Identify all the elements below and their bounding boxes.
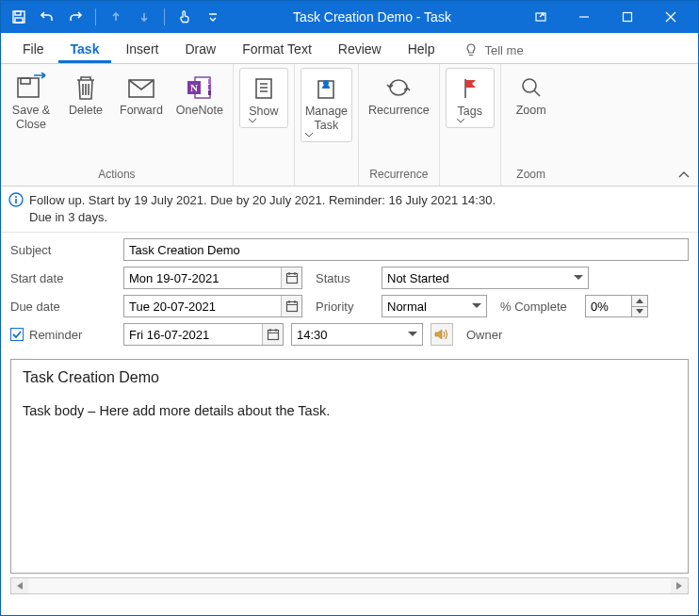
tab-task[interactable]: Task xyxy=(58,35,112,63)
scroll-right-button[interactable] xyxy=(671,578,688,593)
onenote-button[interactable]: N OneNote xyxy=(172,68,227,136)
priority-label: Priority xyxy=(316,300,382,314)
speaker-icon xyxy=(434,328,449,341)
flag-icon xyxy=(459,73,481,105)
window-popout-button[interactable] xyxy=(519,3,562,31)
spin-down-button[interactable] xyxy=(632,307,647,317)
chevron-down-icon xyxy=(408,332,417,337)
svg-rect-2 xyxy=(15,18,23,23)
pctcomplete-spinner[interactable] xyxy=(585,295,648,317)
startdate-input[interactable] xyxy=(123,267,302,289)
info-bar: Follow up. Start by 19 July 2021. Due by… xyxy=(1,186,698,233)
reminder-time-dropdown-button[interactable] xyxy=(404,324,421,345)
body-title: Task Creation Demo xyxy=(23,369,676,386)
chevron-down-icon xyxy=(457,119,464,123)
up-arrow-icon[interactable] xyxy=(104,5,128,29)
pctcomplete-label: % Complete xyxy=(500,300,585,314)
reminder-date-picker-button[interactable] xyxy=(262,324,283,345)
tell-me-label: Tell me xyxy=(484,43,523,57)
maximize-button[interactable] xyxy=(606,3,649,31)
close-button[interactable] xyxy=(649,3,692,31)
info-line-2: Due in 3 days. xyxy=(29,209,496,226)
status-label: Status xyxy=(316,271,382,285)
manage-task-button[interactable]: Manage Task xyxy=(301,68,352,142)
tags-button[interactable]: Tags xyxy=(446,68,495,128)
save-close-button[interactable]: Save & Close xyxy=(7,68,56,136)
task-body-editor[interactable]: Task Creation Demo Task body – Here add … xyxy=(10,359,689,574)
tab-insert[interactable]: Insert xyxy=(113,35,171,63)
collapse-ribbon-button[interactable] xyxy=(677,170,691,180)
tab-format-text[interactable]: Format Text xyxy=(230,35,324,63)
zoom-button[interactable]: Zoom xyxy=(507,68,556,122)
save-close-icon xyxy=(15,72,47,104)
svg-rect-12 xyxy=(208,79,211,84)
ribbon-tabs: File Task Insert Draw Format Text Review… xyxy=(1,33,698,64)
show-button[interactable]: Show xyxy=(239,68,288,128)
trash-icon xyxy=(73,72,99,104)
svg-rect-14 xyxy=(208,90,211,95)
qat-dropdown-icon[interactable] xyxy=(201,5,225,29)
scroll-left-button[interactable] xyxy=(11,578,28,593)
svg-rect-26 xyxy=(268,331,278,340)
status-combo[interactable] xyxy=(382,267,589,289)
delete-button[interactable]: Delete xyxy=(61,68,110,136)
svg-text:N: N xyxy=(190,82,198,93)
tell-me-search[interactable]: Tell me xyxy=(456,37,530,63)
undo-icon[interactable] xyxy=(35,5,59,29)
priority-dropdown-button[interactable] xyxy=(468,296,485,316)
tab-help[interactable]: Help xyxy=(396,35,447,63)
body-text: Task body – Here add more details about … xyxy=(23,403,676,418)
duedate-label: Due date xyxy=(10,300,123,314)
check-icon xyxy=(12,330,22,339)
svg-rect-1 xyxy=(15,11,21,15)
svg-rect-5 xyxy=(624,13,632,22)
chevron-down-icon xyxy=(305,133,313,138)
onenote-icon: N xyxy=(186,72,214,104)
chevron-down-icon xyxy=(249,119,256,123)
tab-draw[interactable]: Draw xyxy=(172,35,228,63)
redo-icon[interactable] xyxy=(63,5,88,29)
subject-input[interactable] xyxy=(123,238,689,261)
chevron-down-icon xyxy=(574,275,583,281)
touch-mode-icon[interactable] xyxy=(172,5,197,29)
tab-file[interactable]: File xyxy=(10,35,57,63)
save-icon[interactable] xyxy=(7,5,31,29)
info-icon xyxy=(8,192,24,207)
reminder-date-input[interactable] xyxy=(123,323,284,346)
duedate-picker-button[interactable] xyxy=(281,296,301,316)
separator xyxy=(95,8,96,25)
window-title: Task Creation Demo - Task xyxy=(225,9,519,24)
chevron-down-icon xyxy=(472,303,481,309)
person-tasks-icon xyxy=(313,73,339,105)
reminder-label: Reminder xyxy=(29,328,82,342)
info-line-1: Follow up. Start by 19 July 2021. Due by… xyxy=(29,192,496,209)
group-recurrence-label: Recurrence xyxy=(365,166,433,184)
status-dropdown-button[interactable] xyxy=(570,267,587,288)
scroll-track[interactable] xyxy=(28,578,671,593)
reminder-checkbox[interactable] xyxy=(10,328,24,341)
tab-review[interactable]: Review xyxy=(326,35,394,63)
svg-rect-24 xyxy=(286,274,297,284)
svg-point-20 xyxy=(523,79,536,92)
down-arrow-icon[interactable] xyxy=(132,5,156,29)
pctcomplete-input[interactable] xyxy=(585,295,632,317)
svg-rect-9 xyxy=(21,78,30,84)
envelope-icon xyxy=(126,72,156,104)
startdate-picker-button[interactable] xyxy=(281,267,301,288)
minimize-button[interactable] xyxy=(562,3,606,31)
reminder-time-input[interactable] xyxy=(291,323,423,346)
svg-rect-13 xyxy=(208,85,211,89)
svg-rect-23 xyxy=(15,199,17,203)
calendar-icon xyxy=(285,300,299,313)
spin-up-button[interactable] xyxy=(632,296,647,307)
horizontal-scrollbar[interactable] xyxy=(10,577,689,594)
reminder-sound-button[interactable] xyxy=(431,323,453,346)
lightbulb-icon xyxy=(463,42,479,57)
ribbon: Save & Close Delete Forward N xyxy=(1,64,698,186)
group-actions-label: Actions xyxy=(7,166,227,184)
recurrence-button[interactable]: Recurrence xyxy=(365,68,433,122)
forward-button[interactable]: Forward xyxy=(116,68,167,136)
duedate-input[interactable] xyxy=(123,295,302,317)
svg-rect-17 xyxy=(256,79,271,98)
subject-label: Subject xyxy=(10,243,123,257)
